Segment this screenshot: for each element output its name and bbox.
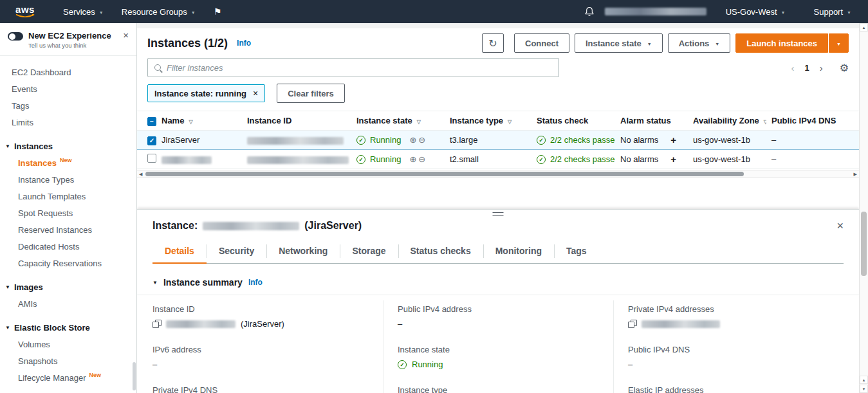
copy-icon[interactable] [152,320,161,328]
scroll-down-icon[interactable]: ▼ [860,385,868,393]
tab-storage[interactable]: Storage [340,239,398,263]
filter-exclude-icon[interactable]: ⊖ [418,155,425,163]
instance-id-redacted[interactable] [247,137,344,145]
horizontal-scrollbar-thumb[interactable] [145,172,744,176]
nav-services[interactable]: Services ▼ [54,0,113,23]
filter-include-icon[interactable]: ⊕ [409,136,416,144]
scroll-up-icon[interactable]: ▲ [860,376,868,384]
nav-region-selector[interactable]: US-Gov-West ▼ [717,0,795,23]
account-name-redacted[interactable] [605,8,706,15]
sidebar-item-dedicated-hosts[interactable]: Dedicated Hosts [0,238,136,255]
sidebar-item-reserved-instances[interactable]: Reserved Instances [0,221,136,238]
instance-name-redacted[interactable] [162,156,212,164]
sidebar-item-snapshots[interactable]: Snapshots [0,352,136,369]
connect-button[interactable]: Connect [514,33,569,53]
field-ipv6-address: IPv6 address – [152,345,370,369]
column-header-name[interactable]: Name▽ [156,111,242,131]
cell-instance-state: ✓ Running ⊕ ⊖ [351,150,445,169]
sidebar-item-tags[interactable]: Tags [0,97,136,114]
sidebar-item-instances[interactable]: Instances New [0,154,136,171]
actions-dropdown[interactable]: Actions ▼ [668,33,731,53]
sidebar-item-spot-requests[interactable]: Spot Requests [0,205,136,221]
add-alarm-icon[interactable]: + [670,154,676,164]
sidebar-item-amis[interactable]: AMIs [0,295,136,312]
instance-id-redacted[interactable] [247,156,349,164]
nav-support[interactable]: Support ▼ [805,0,860,23]
filter-include-icon[interactable]: ⊕ [409,155,416,163]
column-header-availability-zone[interactable]: Availability Zone▽ [688,111,766,131]
close-icon[interactable]: × [120,31,131,40]
details-drag-handle[interactable] [493,212,504,216]
nav-right-cluster: US-Gov-West ▼ Support ▼ [584,0,860,23]
column-header-instance-type[interactable]: Instance type▽ [445,111,531,131]
sidebar-scrollbar-thumb[interactable] [133,362,136,390]
new-badge: New [60,157,72,163]
refresh-button[interactable]: ↻ [482,33,504,53]
filter-exclude-icon[interactable]: ⊖ [418,136,425,144]
tab-networking[interactable]: Networking [266,239,340,263]
filter-instances-input[interactable] [167,63,552,73]
tab-tags[interactable]: Tags [554,239,599,263]
horizontal-scrollbar[interactable]: ◀ ▶ [137,170,859,178]
sidebar-section-instances[interactable]: ▼ Instances [0,138,136,154]
sidebar-item-ec2-dashboard[interactable]: EC2 Dashboard [0,64,136,80]
tab-details[interactable]: Details [152,239,207,263]
scroll-left-icon[interactable]: ◀ [139,172,142,177]
sidebar-item-limits[interactable]: Limits [0,114,136,131]
sidebar-section-ebs[interactable]: ▼ Elastic Block Store [0,319,136,336]
vertical-scrollbar[interactable]: ▲ ▲ ▼ [859,23,868,393]
column-header-instance-id[interactable]: Instance ID [242,111,351,131]
nav-resource-groups[interactable]: Resource Groups ▼ [113,0,205,23]
chevron-down-icon: ▼ [5,143,10,149]
sidebar: New EC2 Experience Tell us what you thin… [0,23,137,393]
instance-state-dropdown[interactable]: Instance state ▼ [575,33,663,53]
column-header-status-check[interactable]: Status check [531,111,615,131]
sidebar-item-lifecycle-manager[interactable]: Lifecycle Manager New [0,369,136,386]
add-alarm-icon[interactable]: + [670,135,676,145]
copy-icon[interactable] [628,320,636,328]
sidebar-item-capacity-reservations[interactable]: Capacity Reservations [0,255,136,271]
row-checkbox[interactable]: ✓ [147,136,156,145]
tab-security[interactable]: Security [207,239,266,263]
sidebar-item-instance-types[interactable]: Instance Types [0,171,136,188]
column-header-instance-state[interactable]: Instance state▽ [351,111,445,131]
chevron-down-icon: ▼ [5,325,10,331]
aws-logo[interactable]: aws [15,5,35,19]
filter-chip-label: Instance state: running [154,89,246,98]
table-row[interactable]: ✓ JiraServer ✓ Running ⊕ ⊖ t3.l [137,131,859,150]
pin-flag-icon[interactable]: ⚑ [205,6,231,17]
tab-monitoring[interactable]: Monitoring [483,239,554,263]
scroll-right-icon[interactable]: ▶ [854,172,857,177]
sidebar-section-images[interactable]: ▼ Images [0,279,136,295]
search-box[interactable] [147,58,559,77]
column-header-public-ipv4-dns[interactable]: Public IPv4 DNS [766,111,859,131]
notifications-bell-icon[interactable] [584,6,595,17]
launch-instances-caret-button[interactable]: ▼ [829,33,849,53]
page-next-icon[interactable]: › [820,62,823,73]
table-row[interactable]: ✓ Running ⊕ ⊖ t2.small ✓ 2/2 checks pa [137,150,859,169]
search-icon [154,64,161,71]
page-prev-icon[interactable]: ‹ [791,62,794,73]
scroll-up-icon[interactable]: ▲ [860,23,868,32]
select-all-checkbox[interactable]: − [147,117,156,126]
cell-instance-id [242,131,351,150]
info-link[interactable]: Info [237,39,251,48]
sidebar-item-volumes[interactable]: Volumes [0,336,136,352]
vertical-scrollbar-thumb[interactable] [861,212,867,276]
row-checkbox[interactable] [147,154,156,163]
close-details-icon[interactable]: × [836,220,844,232]
sidebar-item-events[interactable]: Events [0,80,136,97]
launch-instances-button[interactable]: Launch instances [735,33,828,53]
remove-filter-icon[interactable]: × [253,89,258,98]
info-link[interactable]: Info [248,278,263,287]
tab-status-checks[interactable]: Status checks [398,239,483,263]
summary-column-3: Private IPv4 addresses Public IPv4 DNS –… [613,300,844,393]
instance-summary-header[interactable]: ▼ Instance summary Info [137,264,859,295]
gear-icon[interactable]: ⚙ [840,62,849,74]
page-number[interactable]: 1 [804,63,809,73]
column-header-alarm-status[interactable]: Alarm status [615,111,688,131]
clear-filters-button[interactable]: Clear filters [277,84,345,103]
sidebar-item-launch-templates[interactable]: Launch Templates [0,188,136,205]
new-experience-toggle[interactable] [8,32,23,41]
field-instance-type: Instance type [398,385,600,393]
